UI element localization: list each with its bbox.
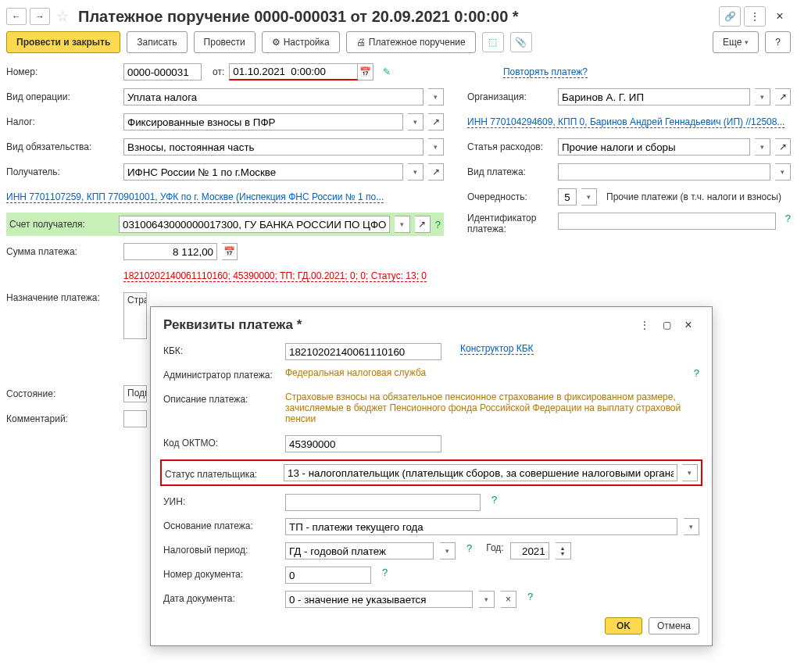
forward-button[interactable]: →	[30, 8, 50, 25]
oblig-label: Вид обязательства:	[6, 141, 119, 152]
sum-label: Сумма платежа:	[6, 246, 119, 257]
ident-input[interactable]	[558, 213, 776, 230]
payment-requisites-popup: Реквизиты платежа * ⋮ ▢ × КБК: Конструкт…	[150, 306, 713, 441]
popup-maximize-icon[interactable]: ▢	[656, 315, 677, 335]
oblig-dropdown[interactable]: ▾	[428, 138, 444, 155]
write-button[interactable]: Записать	[127, 31, 187, 53]
recipient-input[interactable]	[123, 163, 403, 181]
queue-input[interactable]	[558, 188, 577, 206]
structure-button[interactable]: ⬚	[482, 32, 504, 52]
print-icon: 🖨	[356, 37, 366, 48]
desc-value: Страховые взносы на обязательное пенсион…	[285, 391, 699, 424]
date-label: от:	[213, 66, 224, 77]
paytype-input[interactable]	[558, 163, 770, 181]
recipient-open[interactable]: ↗	[428, 163, 444, 181]
oktmo-input[interactable]	[285, 435, 441, 441]
edit-date-icon[interactable]: ✎	[383, 66, 391, 77]
purpose-textarea[interactable]: Стра	[123, 292, 147, 339]
requisites-link[interactable]: 18210202140061110160; 45390000; ТП; ГД.0…	[123, 270, 427, 282]
tax-input[interactable]	[123, 113, 403, 130]
org-open[interactable]: ↗	[775, 88, 791, 105]
sum-calc[interactable]: 📅	[222, 243, 238, 260]
expense-open[interactable]: ↗	[775, 138, 791, 155]
acct-label: Счет получателя:	[9, 219, 114, 230]
queue-label: Очередность:	[467, 191, 553, 202]
recipient-label: Получатель:	[6, 166, 119, 177]
kbk-input[interactable]	[285, 343, 441, 360]
page-title: Платежное поручение 0000-000031 от 20.09…	[78, 8, 716, 26]
org-details-link[interactable]: ИНН 770104294609, КПП 0, Баринов Андрей …	[467, 116, 784, 128]
recipient-details-link[interactable]: ИНН 7701107259, КПП 770901001, УФК по г.…	[6, 191, 384, 203]
close-icon[interactable]: ×	[769, 6, 791, 27]
comment-label: Комментарий:	[6, 413, 119, 424]
purpose-label: Назначение платежа:	[6, 292, 119, 303]
back-button[interactable]: ←	[6, 8, 27, 25]
acct-dropdown[interactable]: ▾	[395, 216, 410, 233]
op-label: Вид операции:	[6, 91, 119, 102]
admin-value: Федеральная налоговая служба	[285, 367, 426, 378]
queue-note: Прочие платежи (в т.ч. налоги и взносы)	[606, 191, 781, 202]
acct-help[interactable]: ?	[435, 219, 441, 231]
link-icon[interactable]: 🔗	[719, 6, 741, 27]
tax-dropdown[interactable]: ▾	[408, 113, 424, 130]
kebab-icon[interactable]: ⋮	[744, 6, 766, 27]
date-picker-button[interactable]: 📅	[358, 63, 373, 80]
oblig-input[interactable]	[123, 138, 424, 155]
admin-help[interactable]: ?	[694, 367, 699, 379]
expense-dropdown[interactable]: ▾	[755, 138, 770, 155]
queue-dropdown[interactable]: ▾	[581, 188, 597, 206]
org-label: Организация:	[467, 91, 553, 102]
state-input[interactable]: Подг	[123, 385, 147, 402]
ident-label: Идентификатор платежа:	[467, 213, 553, 234]
process-close-button[interactable]: Провести и закрыть	[6, 31, 120, 53]
date-input[interactable]	[229, 63, 358, 80]
popup-kebab-icon[interactable]: ⋮	[634, 315, 656, 335]
org-dropdown[interactable]: ▾	[755, 88, 770, 105]
expense-input[interactable]	[558, 138, 750, 155]
print-button[interactable]: 🖨Платежное поручение	[346, 31, 476, 53]
favorite-star-icon[interactable]: ☆	[56, 8, 69, 25]
desc-label: Описание платежа:	[163, 391, 279, 405]
paytype-label: Вид платежа:	[467, 166, 553, 177]
org-input[interactable]	[558, 88, 750, 105]
help-button[interactable]: ?	[765, 31, 791, 53]
gear-icon: ⚙	[272, 37, 281, 48]
recipient-dropdown[interactable]: ▾	[408, 163, 424, 181]
ident-help[interactable]: ?	[785, 213, 791, 224]
expense-label: Статья расходов:	[467, 141, 553, 152]
number-label: Номер:	[6, 66, 119, 77]
op-dropdown[interactable]: ▾	[428, 88, 444, 105]
popup-title: Реквизиты платежа *	[163, 317, 634, 333]
acct-open[interactable]: ↗	[415, 216, 431, 233]
tax-open[interactable]: ↗	[428, 113, 444, 130]
popup-close-icon[interactable]: ×	[677, 315, 699, 335]
more-button[interactable]: Еще ▾	[713, 31, 759, 53]
attach-button[interactable]: 📎	[510, 32, 532, 52]
tax-label: Налог:	[6, 116, 119, 127]
oktmo-label: Код ОКТМО:	[163, 435, 279, 441]
op-input[interactable]	[123, 88, 424, 105]
process-button[interactable]: Провести	[194, 31, 256, 53]
sum-input[interactable]	[123, 243, 217, 260]
comment-input[interactable]	[123, 410, 147, 427]
settings-button[interactable]: ⚙Настройка	[262, 31, 340, 53]
number-input[interactable]	[123, 63, 202, 80]
repeat-payment-link[interactable]: Повторять платеж?	[503, 66, 588, 78]
acct-input[interactable]	[119, 216, 390, 233]
paytype-dropdown[interactable]: ▾	[775, 163, 791, 181]
admin-label: Администратор платежа:	[163, 367, 279, 381]
kbk-constructor-link[interactable]: Конструктор КБК	[460, 343, 534, 355]
state-label: Состояние:	[6, 388, 119, 399]
kbk-label: КБК:	[163, 343, 279, 356]
